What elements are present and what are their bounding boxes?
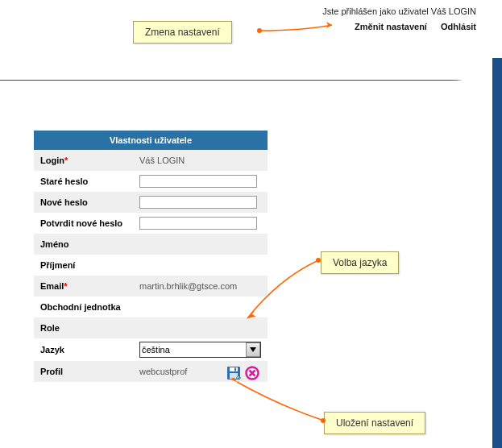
frame-curve [0,42,502,81]
new-password-input[interactable] [139,196,257,209]
login-label: Login* [34,150,133,171]
svg-rect-2 [234,368,236,371]
email-value: martin.brhlik@gtsce.com [133,276,268,297]
header-links: Změnit nastavení Odhlásit [355,22,476,31]
role-label: Role [34,317,133,338]
callout-save: Uložení nastavení [324,412,425,434]
floppy-disk-icon [226,366,241,380]
confirm-password-input[interactable] [139,217,257,230]
profile-label: Profil [34,361,133,382]
frame-side [492,58,502,448]
bu-label: Obchodní jednotka [34,297,133,317]
svg-rect-1 [230,367,238,371]
firstname-label: Jméno [34,234,133,255]
lastname-value [133,255,268,276]
firstname-value [133,234,268,255]
user-properties-form: Vlastnosti uživatele Login* Váš LOGIN St… [34,131,268,382]
lastname-label: Příjmení [34,255,133,276]
change-settings-link[interactable]: Změnit nastavení [355,22,427,31]
callout-language: Volba jazyka [321,251,399,274]
form-actions [226,366,260,382]
bu-value [133,297,268,317]
form-title: Vlastnosti uživatele [34,131,268,150]
role-value [133,317,268,338]
language-select[interactable]: čeština [139,342,261,358]
logout-link[interactable]: Odhlásit [441,22,476,31]
status-user: Váš LOGIN [431,6,476,16]
language-label: Jazyk [34,338,133,361]
email-label: Email* [34,276,133,297]
status-prefix: Jste přihlášen jako uživatel [322,6,431,16]
confirm-password-label: Potvrdit nové heslo [34,213,133,234]
chevron-down-icon [246,342,260,357]
callout-settings: Zmena nastavení [133,21,232,44]
language-select-value: čeština [142,345,246,355]
annotation-arrow [230,377,335,427]
old-password-label: Staré heslo [34,171,133,192]
cancel-button[interactable] [245,366,259,382]
login-value: Váš LOGIN [133,150,268,171]
save-button[interactable] [226,366,241,382]
cancel-x-icon [245,366,259,380]
new-password-label: Nové heslo [34,192,133,213]
old-password-input[interactable] [139,175,257,188]
annotation-arrow [258,20,346,38]
svg-point-6 [257,28,262,33]
login-status: Jste přihlášen jako uživatel Váš LOGIN [322,6,476,16]
